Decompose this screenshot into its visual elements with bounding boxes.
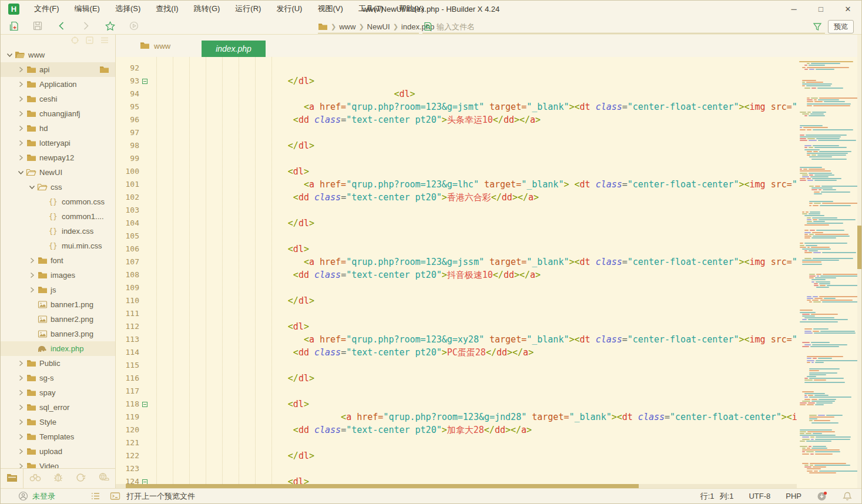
- code-line-93[interactable]: 93 </dl>: [116, 75, 797, 88]
- menu-item[interactable]: 运行(R): [227, 1, 269, 17]
- tree-item-banner3-png[interactable]: banner3.png: [1, 327, 115, 341]
- code-line-122[interactable]: 122 </dl>: [116, 449, 797, 462]
- tree-item-js[interactable]: js: [1, 283, 115, 297]
- chevron-right-icon[interactable]: [16, 433, 25, 441]
- breadcrumb-segment[interactable]: www: [339, 22, 355, 31]
- console-icon[interactable]: [110, 492, 120, 500]
- chevron-right-icon[interactable]: [16, 462, 25, 469]
- file-search-input[interactable]: [437, 22, 812, 31]
- bell-icon[interactable]: [843, 491, 852, 501]
- tree-item-sg-s[interactable]: sg-s: [1, 371, 115, 385]
- code-line-124[interactable]: 124 <dl>: [116, 475, 797, 484]
- code-editor[interactable]: 9293 </dl>94 <dl>95 <a href="qrup.php?ro…: [116, 57, 797, 484]
- chevron-right-icon[interactable]: [16, 418, 25, 426]
- tree-item-templates[interactable]: Templates: [1, 429, 115, 444]
- tree-item-newui[interactable]: NewUI: [1, 165, 115, 180]
- menu-item[interactable]: 编辑(E): [67, 1, 108, 17]
- tree-item-api[interactable]: api: [1, 62, 115, 77]
- tree-item-public[interactable]: Public: [1, 356, 115, 371]
- refresh-tab-icon[interactable]: [69, 469, 92, 488]
- run-icon[interactable]: [128, 20, 140, 32]
- tree-item-video[interactable]: Video: [1, 459, 115, 468]
- tree-item-index-css[interactable]: {}index.css: [1, 224, 115, 238]
- horizontal-scrollbar[interactable]: [116, 484, 797, 488]
- chevron-right-icon[interactable]: [16, 374, 25, 382]
- chevron-right-icon[interactable]: [16, 139, 25, 147]
- chevron-right-icon[interactable]: [16, 95, 25, 103]
- tree-item-newpay12[interactable]: newpay12: [1, 150, 115, 165]
- chevron-right-icon[interactable]: [16, 389, 25, 397]
- code-line-103[interactable]: 103: [116, 204, 797, 217]
- code-line-101[interactable]: 101 <a href="qrup.php?room=123&g=lhc" ta…: [116, 178, 797, 191]
- chevron-right-icon[interactable]: [28, 271, 36, 280]
- chevron-right-icon[interactable]: [16, 80, 25, 89]
- code-line-111[interactable]: 111: [116, 307, 797, 320]
- tree-item-font[interactable]: font: [1, 253, 115, 268]
- tree-item-upload[interactable]: upload: [1, 444, 115, 459]
- collapse-all-icon[interactable]: [85, 36, 94, 47]
- back-icon[interactable]: [56, 20, 68, 32]
- code-line-96[interactable]: 96 <dd class="text-center pt20">头条幸运10</…: [116, 113, 797, 126]
- user-icon[interactable]: [18, 491, 28, 501]
- project-root-tab[interactable]: www: [140, 35, 170, 57]
- tree-item-chuangjianfj[interactable]: chuangjianfj: [1, 106, 115, 121]
- login-status[interactable]: 未登录: [32, 491, 55, 502]
- web-tab-icon[interactable]: [92, 469, 115, 488]
- new-file-icon[interactable]: [8, 20, 19, 32]
- star-icon[interactable]: [104, 20, 116, 32]
- code-line-98[interactable]: 98 </dl>: [116, 139, 797, 152]
- chevron-down-icon[interactable]: [16, 169, 25, 177]
- tab-index-php[interactable]: index.php: [202, 41, 266, 57]
- chevron-right-icon[interactable]: [16, 110, 25, 118]
- menu-item[interactable]: 跳转(G): [186, 1, 228, 17]
- debug-tab-icon[interactable]: [46, 469, 69, 488]
- code-line-120[interactable]: 120 <dd class="text-center pt20">加拿大28</…: [116, 424, 797, 436]
- horizontal-scrollbar-thumb[interactable]: [126, 484, 639, 488]
- minimap[interactable]: [797, 57, 857, 488]
- tree-item-spay[interactable]: spay: [1, 385, 115, 400]
- filter-icon[interactable]: [812, 21, 823, 32]
- locate-icon[interactable]: [71, 36, 79, 47]
- tree-item-lotteryapi[interactable]: lotteryapi: [1, 136, 115, 150]
- tree-item-style[interactable]: Style: [1, 415, 115, 429]
- menu-item[interactable]: 查找(I): [148, 1, 186, 17]
- project-tab-icon[interactable]: [1, 469, 24, 488]
- code-line-102[interactable]: 102 <dd class="text-center pt20">香港六合彩</…: [116, 191, 797, 204]
- code-line-100[interactable]: 100 <dl>: [116, 165, 797, 178]
- open-previous-preview[interactable]: 打开上一个预览文件: [126, 491, 195, 502]
- chevron-right-icon[interactable]: [16, 448, 25, 456]
- code-line-116[interactable]: 116 </dl>: [116, 372, 797, 385]
- code-line-114[interactable]: 114 <dd class="text-center pt20">PC蛋蛋28<…: [116, 346, 797, 359]
- code-line-95[interactable]: 95 <a href="qrup.php?room=123&g=jsmt" ta…: [116, 100, 797, 113]
- code-line-94[interactable]: 94 <dl>: [116, 88, 797, 100]
- tree-item-common1-[interactable]: {}common1....: [1, 209, 115, 224]
- chevron-right-icon[interactable]: [16, 66, 25, 74]
- encoding-indicator[interactable]: UTF-8: [749, 492, 770, 500]
- search-tab-icon[interactable]: [24, 469, 46, 488]
- vertical-scrollbar-thumb[interactable]: [857, 226, 861, 269]
- tree-item-hd[interactable]: hd: [1, 121, 115, 136]
- code-line-109[interactable]: 109: [116, 281, 797, 294]
- code-line-117[interactable]: 117: [116, 385, 797, 398]
- tree-item-common-css[interactable]: {}common.css: [1, 194, 115, 209]
- menu-icon[interactable]: [100, 36, 109, 47]
- tree-item-www[interactable]: www: [1, 48, 115, 62]
- forward-icon[interactable]: [80, 20, 92, 32]
- code-line-113[interactable]: 113 <a href="qrup.php?room=123&g=xy28" t…: [116, 333, 797, 346]
- code-line-108[interactable]: 108 <dd class="text-center pt20">抖音极速10<…: [116, 268, 797, 281]
- update-icon[interactable]: [817, 491, 827, 501]
- tree-item-images[interactable]: images: [1, 268, 115, 283]
- fold-marker-icon[interactable]: [139, 475, 150, 484]
- chevron-right-icon[interactable]: [16, 404, 25, 412]
- tree-item-index-php[interactable]: index.php: [1, 341, 115, 356]
- menu-item[interactable]: 文件(F): [26, 1, 67, 17]
- code-line-118[interactable]: 118 <dl>: [116, 398, 797, 411]
- chevron-right-icon[interactable]: [16, 125, 25, 133]
- code-line-110[interactable]: 110 </dl>: [116, 294, 797, 307]
- code-line-123[interactable]: 123: [116, 462, 797, 475]
- tree-item-sql-error[interactable]: sql_error: [1, 400, 115, 415]
- tree-item-mui-min-css[interactable]: {}mui.min.css: [1, 238, 115, 253]
- save-icon[interactable]: [32, 20, 43, 32]
- chevron-down-icon[interactable]: [28, 183, 36, 191]
- code-line-92[interactable]: 92: [116, 62, 797, 75]
